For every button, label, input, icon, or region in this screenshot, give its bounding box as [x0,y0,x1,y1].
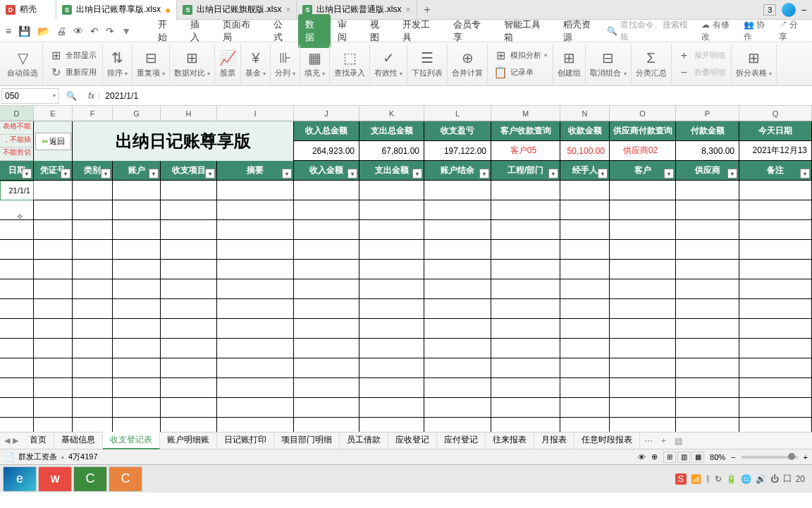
cell[interactable] [491,339,560,358]
cell[interactable] [73,319,113,339]
rtab-view[interactable]: 视图 [363,14,395,48]
rtab-formula[interactable]: 公式 [266,14,299,48]
cell[interactable] [359,220,424,240]
filter-dropdown-icon[interactable]: ▾ [727,169,737,179]
cell[interactable] [739,378,812,398]
find-entry-button[interactable]: ⬚查找录入 [334,49,365,78]
cell[interactable] [217,339,294,358]
cell[interactable] [73,279,113,299]
cell[interactable] [161,358,217,378]
cell[interactable] [73,398,113,418]
cell[interactable] [217,240,294,260]
col-header-F[interactable]: F [73,106,113,121]
cell[interactable] [359,378,424,398]
cell[interactable] [560,279,610,299]
jump-icon[interactable]: ⊕ [651,452,658,461]
rtab-insert[interactable]: 插入 [183,14,216,48]
view-page-icon[interactable]: ▥ [677,452,690,463]
cell[interactable] [676,200,739,220]
cell[interactable] [359,200,424,220]
filter-dropdown-icon[interactable]: ▾ [479,169,489,179]
col-header-M[interactable]: M [491,106,560,121]
filter-header[interactable]: 经手人▾ [560,161,610,181]
cell[interactable] [34,398,73,418]
cell[interactable] [73,260,113,279]
cell[interactable] [610,398,676,418]
cell[interactable] [560,398,610,418]
filter-header[interactable]: 日期▾ [0,161,34,181]
sheet-tab[interactable]: 月报表 [534,432,574,449]
col-header-E[interactable]: E [34,106,73,121]
cell[interactable] [491,181,560,200]
cell[interactable] [34,299,73,319]
col-header-D[interactable]: D [0,106,34,121]
cell[interactable] [676,418,739,432]
filter-dropdown-icon[interactable]: ▾ [61,169,70,179]
zoom-in-icon[interactable]: + [804,453,808,461]
filter-dropdown-icon[interactable]: ▾ [22,169,32,179]
cell[interactable] [610,181,676,200]
command-search[interactable]: 🔍 查找命令、搜索模板 [607,19,696,43]
cell[interactable] [73,299,113,319]
cell[interactable] [560,200,610,220]
auto-filter-button[interactable]: ▽自动筛选 [7,49,38,78]
cell[interactable] [217,378,294,398]
filter-dropdown-icon[interactable]: ▾ [282,169,292,179]
cell[interactable] [73,358,113,378]
cell[interactable] [610,319,676,339]
sheet-tab[interactable]: 基础信息 [54,432,103,449]
undo-icon[interactable]: ↶ [90,25,99,37]
cell[interactable] [610,240,676,260]
fill-button[interactable]: ▦填充 ▾ [304,49,325,78]
col-header-J[interactable]: J [294,106,359,121]
cell[interactable] [34,319,73,339]
cell[interactable] [113,339,161,358]
sheet-nav-first-icon[interactable]: ◀ [4,436,10,445]
cell[interactable] [676,378,739,398]
qat-dropdown-icon[interactable]: ▼ [121,25,131,37]
redo-icon[interactable]: ↷ [106,25,114,37]
view-break-icon[interactable]: ▦ [691,452,704,463]
cell[interactable] [113,220,161,240]
cell[interactable] [424,418,491,432]
filter-dropdown-icon[interactable]: ▾ [598,169,608,179]
cell[interactable] [560,319,610,339]
cell[interactable] [34,220,73,240]
cell[interactable] [424,220,491,240]
cell[interactable] [294,240,359,260]
cell[interactable] [491,398,560,418]
sheet-list-icon[interactable]: ▤ [670,436,687,446]
cell[interactable] [676,240,739,260]
cell[interactable] [113,181,161,200]
formula-input[interactable]: 2021/1/1 [99,91,812,101]
cell[interactable] [359,279,424,299]
cell[interactable] [676,299,739,319]
cell[interactable] [676,220,739,240]
cell[interactable] [113,418,161,432]
cell[interactable] [113,358,161,378]
cell[interactable] [217,358,294,378]
sheet-tab[interactable]: 应收登记 [388,432,437,449]
cell[interactable] [739,240,812,260]
cell[interactable] [610,279,676,299]
tray-volume-icon[interactable]: 🔊 [756,474,766,484]
show-all-button[interactable]: ⊞全部显示 [49,49,97,63]
cell[interactable] [294,358,359,378]
cell[interactable] [560,358,610,378]
cell[interactable] [34,240,73,260]
cell[interactable] [491,240,560,260]
dropdown-list-button[interactable]: ☰下拉列表 [412,49,443,78]
sheet-tab[interactable]: 首页 [23,432,54,449]
cell[interactable] [610,299,676,319]
simulation-button[interactable]: ⊞模拟分析 ▾ [493,49,547,63]
cell[interactable] [0,319,34,339]
cell[interactable] [610,418,676,432]
sheet-nav-last-icon[interactable]: ▶ [13,436,18,445]
col-header-I[interactable]: I [217,106,294,121]
cell[interactable] [161,181,217,200]
stock-button[interactable]: 📈股票 [219,49,236,78]
cell[interactable] [34,260,73,279]
cell[interactable] [424,339,491,358]
save-icon[interactable]: 💾 [18,25,30,37]
cell[interactable] [294,299,359,319]
